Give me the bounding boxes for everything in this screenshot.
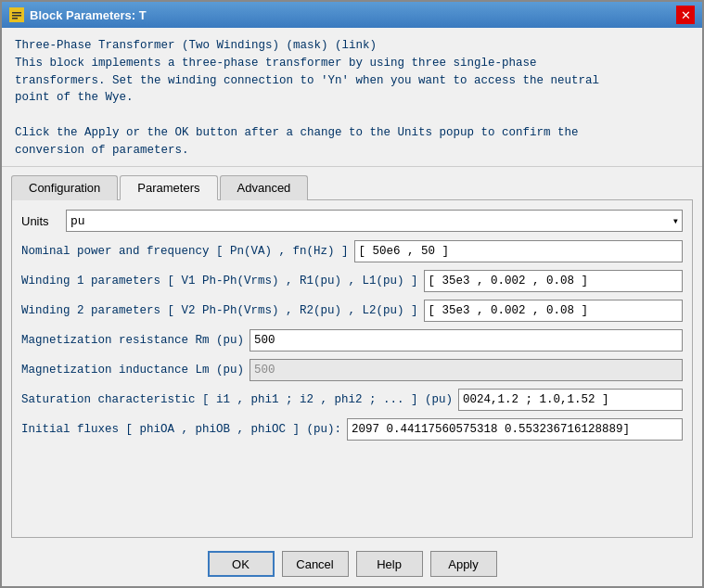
param-input-fluxes[interactable] (347, 418, 683, 441)
param-label-winding2: Winding 2 parameters [ V2 Ph-Ph(Vrms) , … (21, 304, 424, 317)
svg-rect-1 (12, 12, 21, 14)
window-content: Three-Phase Transformer (Two Windings) (… (2, 28, 702, 586)
param-row-winding2: Winding 2 parameters [ V2 Ph-Ph(Vrms) , … (21, 299, 683, 323)
param-label-winding1: Winding 1 parameters [ V1 Ph-Ph(Vrms) , … (21, 275, 424, 288)
description-area: Three-Phase Transformer (Two Windings) (… (2, 28, 702, 167)
param-row-rm: Magnetization resistance Rm (pu) (21, 328, 683, 352)
window-icon (9, 7, 24, 22)
title-bar: Block Parameters: T ✕ (2, 2, 702, 28)
param-label-nominal: Nominal power and frequency [ Pn(VA) , f… (21, 245, 354, 258)
desc-line2: This block implements a three-phase tran… (15, 55, 689, 72)
param-input-lm (250, 359, 683, 381)
cancel-button[interactable]: Cancel (282, 551, 349, 577)
param-input-winding1[interactable] (424, 270, 683, 292)
tab-configuration[interactable]: Configuration (11, 175, 118, 200)
block-parameters-window: Block Parameters: T ✕ Three-Phase Transf… (0, 0, 704, 588)
param-input-nominal[interactable] (354, 240, 683, 262)
units-select[interactable]: pu SI (66, 210, 683, 232)
apply-button[interactable]: Apply (430, 551, 497, 577)
param-row-fluxes: Initial fluxes [ phiOA , phiOB , phiOC ]… (21, 417, 683, 441)
tabs-row: Configuration Parameters Advanced (2, 167, 702, 199)
param-input-rm[interactable] (250, 329, 683, 352)
param-row-lm: Magnetization inductance Lm (pu) (21, 358, 683, 382)
units-row: Units pu SI (21, 210, 683, 232)
window-title: Block Parameters: T (30, 8, 147, 22)
desc-line1: Three-Phase Transformer (Two Windings) (… (15, 37, 689, 55)
param-row-saturation: Saturation characteristic [ i1 , phi1 ; … (21, 388, 683, 412)
svg-rect-2 (12, 15, 21, 17)
param-row-nominal: Nominal power and frequency [ Pn(VA) , f… (21, 239, 683, 263)
desc-line5 (15, 107, 689, 124)
param-label-fluxes: Initial fluxes [ phiOA , phiOB , phiOC ]… (21, 423, 347, 436)
units-select-wrapper: pu SI (66, 210, 683, 232)
help-button[interactable]: Help (356, 551, 423, 577)
desc-line7: conversion of parameters. (15, 142, 689, 160)
footer: OK Cancel Help Apply (2, 543, 702, 586)
title-bar-left: Block Parameters: T (9, 7, 147, 22)
tab-parameters[interactable]: Parameters (120, 175, 217, 200)
param-label-lm: Magnetization inductance Lm (pu) (21, 364, 250, 377)
desc-line4: point of the Wye. (15, 89, 689, 107)
param-label-saturation: Saturation characteristic [ i1 , phi1 ; … (21, 393, 458, 406)
desc-line3: transformers. Set the winding connection… (15, 72, 689, 90)
ok-button[interactable]: OK (208, 551, 275, 577)
param-input-winding2[interactable] (424, 300, 683, 322)
param-row-winding1: Winding 1 parameters [ V1 Ph-Ph(Vrms) , … (21, 269, 683, 293)
units-label: Units (21, 214, 58, 228)
parameters-area: Units pu SI Nominal power and frequency … (11, 199, 693, 538)
desc-line6: Click the Apply or the OK button after a… (15, 124, 689, 142)
close-button[interactable]: ✕ (676, 6, 695, 24)
param-input-saturation[interactable] (458, 389, 683, 411)
tab-advanced[interactable]: Advanced (220, 175, 309, 200)
svg-rect-3 (12, 18, 18, 19)
param-label-rm: Magnetization resistance Rm (pu) (21, 334, 250, 347)
